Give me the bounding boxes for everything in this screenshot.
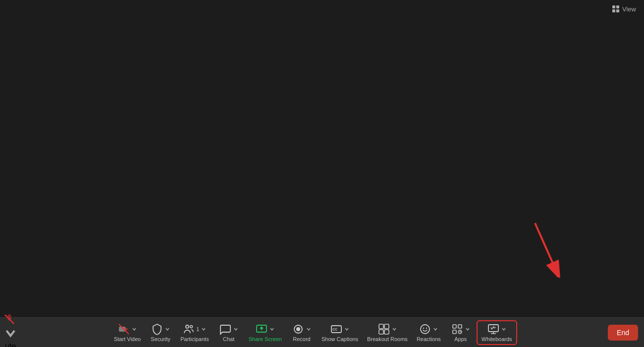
red-arrow xyxy=(525,218,565,278)
svg-line-5 xyxy=(535,223,555,268)
svg-rect-2 xyxy=(612,9,615,12)
svg-point-13 xyxy=(296,327,300,331)
svg-point-10 xyxy=(190,325,193,328)
svg-rect-16 xyxy=(379,324,383,329)
participants-label: Participants xyxy=(180,336,209,342)
share-screen-label: Share Screen xyxy=(249,336,282,342)
participants-count: 1 xyxy=(196,326,199,332)
toolbar-center: Start Video Security xyxy=(19,320,608,345)
security-button[interactable]: Security xyxy=(146,321,175,344)
svg-point-22 xyxy=(426,327,427,328)
share-screen-button[interactable]: Share Screen xyxy=(245,321,286,344)
security-label: Security xyxy=(151,336,170,342)
reactions-label: Reactions xyxy=(417,336,441,342)
apps-label: Apps xyxy=(454,336,467,342)
toolbar-left: ute xyxy=(2,312,19,347)
end-button[interactable]: End xyxy=(608,325,638,341)
svg-point-20 xyxy=(421,325,429,334)
svg-rect-1 xyxy=(616,5,619,8)
svg-text:CC: CC xyxy=(332,328,337,331)
participants-button[interactable]: 1 Participants xyxy=(176,321,213,344)
record-label: Record xyxy=(293,336,310,342)
svg-rect-25 xyxy=(453,330,456,334)
show-captions-label: Show Captions xyxy=(322,336,358,342)
chat-button[interactable]: Chat xyxy=(214,321,244,344)
mute-label: ute xyxy=(5,342,16,347)
breakout-rooms-label: Breakout Rooms xyxy=(367,336,408,342)
breakout-rooms-button[interactable]: Breakout Rooms xyxy=(363,321,412,344)
svg-rect-17 xyxy=(384,324,389,329)
apps-button[interactable]: Apps xyxy=(446,321,476,344)
mute-button[interactable]: ute xyxy=(2,312,19,347)
svg-rect-19 xyxy=(384,330,389,334)
view-label: View xyxy=(622,5,636,13)
start-video-button[interactable]: Start Video xyxy=(110,321,145,344)
record-button[interactable]: Record xyxy=(287,321,317,344)
svg-rect-27 xyxy=(488,325,498,332)
svg-rect-23 xyxy=(453,325,456,328)
whiteboards-button[interactable]: Whiteboards xyxy=(477,320,517,345)
view-button[interactable]: View xyxy=(612,5,636,13)
svg-point-9 xyxy=(186,325,189,328)
svg-point-21 xyxy=(423,327,424,328)
whiteboards-label: Whiteboards xyxy=(482,336,512,342)
svg-rect-0 xyxy=(612,5,615,8)
chat-label: Chat xyxy=(223,336,234,342)
main-video-area: View xyxy=(0,0,644,317)
svg-rect-3 xyxy=(616,9,619,12)
toolbar-right: End xyxy=(608,325,642,341)
svg-rect-18 xyxy=(379,330,383,334)
reactions-button[interactable]: Reactions xyxy=(413,321,445,344)
show-captions-button[interactable]: CC Show Captions xyxy=(318,321,362,344)
svg-rect-24 xyxy=(458,325,462,328)
start-video-label: Start Video xyxy=(114,336,141,342)
toolbar: ute Start Video xyxy=(0,317,644,347)
